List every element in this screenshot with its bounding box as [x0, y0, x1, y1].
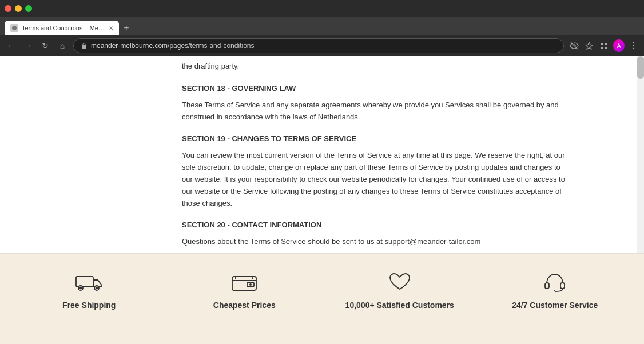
svg-rect-1: [82, 45, 86, 49]
scrollbar-thumb[interactable]: [637, 56, 644, 79]
active-tab[interactable]: Terms and Conditions – Meand… ✕: [5, 21, 119, 35]
tab-close-button[interactable]: ✕: [109, 25, 113, 31]
footer-item-free-shipping: Free Shipping: [11, 271, 167, 310]
truck-icon: [75, 271, 104, 294]
tab-bar: Terms and Conditions – Meand… ✕ +: [0, 17, 644, 35]
svg-point-7: [633, 42, 634, 43]
heart-icon: [385, 271, 414, 294]
svg-rect-6: [605, 47, 607, 49]
section19-heading: SECTION 19 - CHANGES TO TERMS OF SERVICE: [182, 134, 570, 143]
svg-marker-2: [586, 42, 593, 49]
extensions-icon[interactable]: [598, 40, 610, 51]
footer-item-cheapest-prices: Cheapest Prices: [167, 271, 323, 310]
svg-rect-18: [545, 283, 549, 289]
section20-heading: SECTION 20 - CONTACT INFORMATION: [182, 221, 570, 229]
eye-slash-icon[interactable]: [569, 40, 580, 51]
svg-rect-5: [601, 47, 603, 49]
lock-icon: [81, 42, 88, 49]
star-icon[interactable]: [583, 40, 595, 51]
customer-service-label: 24/7 Customer Service: [512, 301, 598, 310]
terms-content: the drafting party. SECTION 18 - GOVERNI…: [0, 56, 644, 248]
svg-point-14: [96, 287, 97, 289]
refresh-button[interactable]: ↻: [39, 39, 51, 52]
intro-paragraph: the drafting party.: [182, 61, 570, 73]
svg-point-13: [79, 287, 81, 289]
forward-button[interactable]: →: [22, 39, 34, 52]
footer-item-customer-service: 24/7 Customer Service: [478, 271, 633, 310]
satisfied-customers-label: 10,000+ Satisfied Customers: [345, 301, 454, 310]
tab-label: Terms and Conditions – Meand…: [22, 25, 105, 31]
window-controls: [5, 5, 32, 12]
footer-extra-bottom: [0, 321, 644, 344]
maximize-window-button[interactable]: [25, 5, 32, 12]
section19-body: You can review the most current version …: [182, 150, 570, 209]
menu-icon[interactable]: [628, 40, 639, 51]
svg-point-17: [249, 283, 252, 286]
back-button[interactable]: ←: [5, 39, 17, 52]
section18-heading: SECTION 18 - GOVERNING LAW: [182, 84, 570, 93]
scrollable-area[interactable]: the drafting party. SECTION 18 - GOVERNI…: [0, 56, 644, 253]
scrollbar-track[interactable]: [637, 56, 644, 253]
svg-point-9: [633, 48, 634, 49]
wallet-icon: [230, 271, 259, 294]
user-avatar: A: [613, 39, 625, 52]
address-bar[interactable]: meander-melbourne.com/pages/terms-and-co…: [73, 38, 564, 53]
svg-rect-3: [601, 43, 603, 45]
cheapest-prices-label: Cheapest Prices: [213, 301, 276, 310]
new-tab-button[interactable]: +: [119, 21, 134, 35]
home-button[interactable]: ⌂: [56, 39, 69, 52]
browser-title-bar: [0, 0, 644, 17]
profile-icon[interactable]: A: [613, 40, 625, 51]
address-bar-row: ← → ↻ ⌂ meander-melbourne.com/pages/term…: [0, 35, 644, 56]
svg-point-8: [633, 45, 634, 46]
svg-point-0: [12, 26, 17, 30]
footer-item-satisfied-customers: 10,000+ Satisfied Customers: [322, 271, 478, 310]
free-shipping-label: Free Shipping: [62, 301, 116, 310]
close-window-button[interactable]: [5, 5, 11, 12]
url-display: meander-melbourne.com/pages/terms-and-co…: [91, 42, 254, 50]
footer-section: Free Shipping Cheapest Prices: [0, 253, 644, 321]
section20-body: Questions about the Terms of Service sho…: [182, 236, 570, 248]
tab-favicon: [10, 24, 18, 32]
headset-icon: [540, 271, 569, 294]
svg-rect-10: [76, 277, 93, 287]
svg-rect-4: [605, 43, 607, 45]
browser-actions: A: [569, 40, 639, 51]
section18-body: These Terms of Service and any separate …: [182, 99, 570, 123]
page-content: the drafting party. SECTION 18 - GOVERNI…: [0, 56, 644, 344]
minimize-window-button[interactable]: [15, 5, 22, 12]
svg-rect-19: [560, 283, 565, 289]
